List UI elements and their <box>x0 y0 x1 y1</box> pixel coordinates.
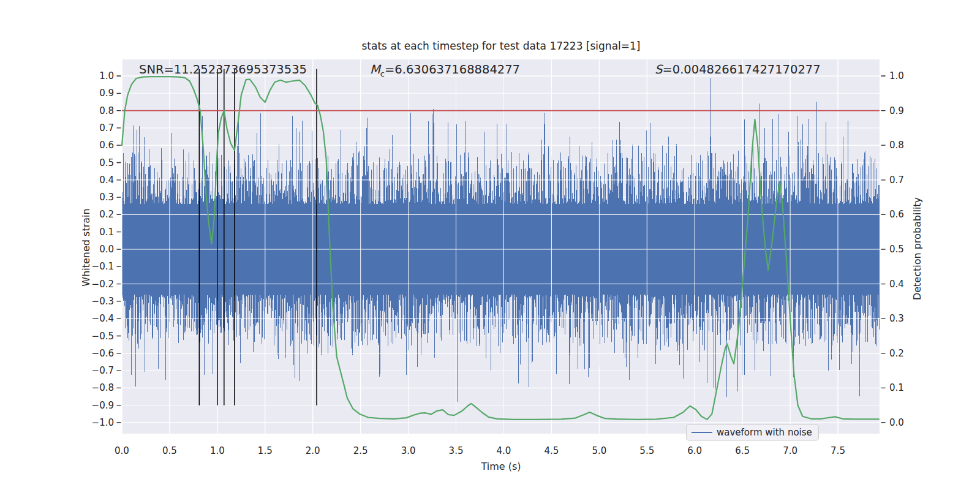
left-tick-label: 0.0 <box>71 243 114 255</box>
chirp-mass-annotation: Mc=6.630637168884277 <box>370 62 520 78</box>
left-tick-label: 0.3 <box>71 191 114 203</box>
left-tick-label: −0.9 <box>71 399 114 412</box>
right-tick-label: 0.0 <box>889 417 904 429</box>
snr-annotation: SNR=11.252373695373535 <box>139 62 307 77</box>
left-tick-label: 0.9 <box>71 87 114 99</box>
left-tick-label: 0.8 <box>71 105 114 117</box>
chart-title: stats at each timestep for test data 172… <box>362 40 641 52</box>
s-statistic-annotation: S=0.004826617427170277 <box>655 62 821 77</box>
right-tick-label: 0.2 <box>889 347 904 360</box>
x-tick-label: 2.5 <box>346 445 375 457</box>
right-tick-label: 0.3 <box>889 312 904 325</box>
left-tick-label: −0.6 <box>71 347 114 360</box>
left-tick-label: −0.7 <box>71 364 114 377</box>
left-tick-label: 0.7 <box>71 122 114 134</box>
x-tick-label: 0.0 <box>107 445 137 457</box>
right-axis-label: Detection probability <box>911 197 923 300</box>
left-tick-label: −0.4 <box>71 312 114 325</box>
x-tick-label: 7.0 <box>775 445 805 457</box>
right-tick-label: 1.0 <box>889 70 904 82</box>
chirp-mass-value: =6.630637168884277 <box>385 62 520 77</box>
x-tick-label: 5.0 <box>584 445 614 457</box>
x-tick-label: 3.5 <box>442 445 471 457</box>
legend-label: waveform with noise <box>717 427 812 438</box>
right-tick-label: 0.9 <box>889 105 904 117</box>
left-tick-label: 0.6 <box>71 139 114 151</box>
x-tick-label: 1.0 <box>203 445 232 457</box>
x-tick-label: 6.5 <box>728 445 757 457</box>
x-tick-label: 4.5 <box>537 445 566 457</box>
left-tick-label: −0.5 <box>71 330 114 342</box>
right-tick-label: 0.4 <box>889 278 904 290</box>
x-axis-label: Time (s) <box>481 461 521 472</box>
x-tick-label: 5.5 <box>632 445 662 457</box>
left-tick-label: 0.4 <box>71 174 114 186</box>
x-tick-label: 1.5 <box>251 445 280 457</box>
x-tick-label: 6.0 <box>680 445 709 457</box>
s-value: =0.004826617427170277 <box>662 62 820 77</box>
x-tick-label: 7.5 <box>823 445 853 457</box>
left-tick-label: −0.2 <box>71 278 114 290</box>
left-tick-label: −1.0 <box>71 417 114 429</box>
right-tick-label: 0.8 <box>889 139 904 151</box>
figure: stats at each timestep for test data 172… <box>0 0 980 490</box>
left-tick-label: −0.1 <box>71 260 114 273</box>
s-symbol: S <box>655 62 662 77</box>
left-tick-label: −0.3 <box>71 295 114 307</box>
left-tick-label: −0.8 <box>71 382 114 394</box>
chirp-mass-subscript: c <box>380 69 385 78</box>
x-tick-label: 0.5 <box>155 445 184 457</box>
left-tick-label: 0.2 <box>71 208 114 221</box>
left-tick-label: 1.0 <box>71 70 114 82</box>
right-tick-label: 0.6 <box>889 208 904 221</box>
right-tick-label: 0.5 <box>889 243 904 255</box>
right-tick-label: 0.1 <box>889 382 904 394</box>
chirp-mass-symbol: M <box>370 62 380 77</box>
x-tick-label: 2.0 <box>298 445 328 457</box>
left-tick-label: 0.1 <box>71 226 114 238</box>
x-tick-label: 4.0 <box>489 445 518 457</box>
left-tick-label: 0.5 <box>71 157 114 169</box>
right-tick-label: 0.7 <box>889 174 904 186</box>
x-tick-label: 3.0 <box>394 445 423 457</box>
